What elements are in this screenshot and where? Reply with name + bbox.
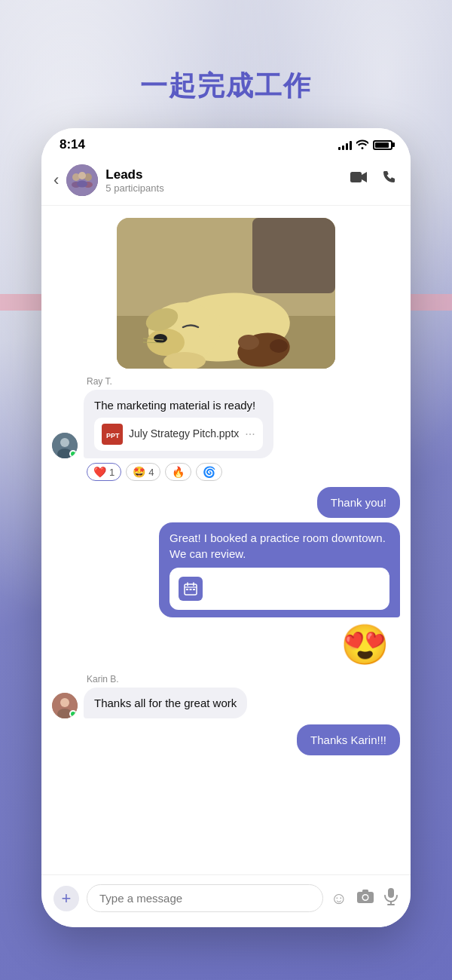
status-time: 8:14 — [60, 137, 85, 152]
voice-call-button[interactable] — [382, 170, 399, 191]
event-card[interactable]: Marketing review Mon Jul 23, 11:30 AM – … — [170, 568, 389, 610]
group-avatar — [66, 164, 98, 196]
emoji-reaction-big: 😍 — [52, 622, 400, 668]
add-button[interactable]: + — [53, 886, 79, 911]
svg-rect-33 — [193, 589, 195, 590]
event-title: Marketing review — [210, 575, 341, 590]
svg-rect-40 — [362, 890, 368, 893]
reaction-heart[interactable]: ❤️ 1 — [87, 463, 121, 481]
avatar-karin — [52, 693, 78, 718]
svg-rect-7 — [350, 172, 362, 182]
svg-point-14 — [154, 334, 167, 343]
phone-frame: 8:14 ‹ — [41, 128, 411, 927]
back-button[interactable]: ‹ — [53, 170, 59, 190]
message-input[interactable] — [87, 884, 323, 912]
input-bar: + ☺ — [41, 874, 411, 927]
svg-point-35 — [60, 698, 69, 707]
header-info: Leads 5 participants — [105, 167, 350, 194]
sender-label-karin: Karin B. — [87, 674, 400, 684]
wifi-icon — [356, 139, 368, 152]
reaction-fire[interactable]: 🔥 — [165, 463, 191, 481]
svg-rect-41 — [388, 888, 394, 898]
svg-point-6 — [77, 181, 87, 188]
bubble-text: Thanks all for the great work — [94, 697, 237, 709]
group-avatar-image — [66, 164, 98, 196]
group-name: Leads — [105, 167, 350, 182]
avatar-ray — [52, 433, 78, 458]
bubble-text: Great! I booked a practice room downtown… — [170, 531, 386, 560]
event-time: Mon Jul 23, 11:30 AM – 2:00 PM — [210, 590, 341, 603]
reaction-count: 1 — [109, 467, 115, 478]
status-bar: 8:14 — [41, 128, 411, 158]
reaction-emoji: ❤️ — [93, 466, 106, 478]
chat-area: Ray T. The marketing material is ready! — [41, 206, 411, 869]
messages-scroll[interactable]: Ray T. The marketing material is ready! — [41, 206, 411, 862]
svg-rect-31 — [186, 589, 188, 590]
svg-point-39 — [363, 895, 368, 899]
video-call-button[interactable] — [350, 170, 368, 191]
participants-count: 5 participants — [105, 182, 350, 194]
camera-button[interactable] — [356, 889, 374, 908]
svg-point-5 — [78, 172, 86, 179]
message-row-karin-1: Thanks all for the great work — [52, 688, 400, 718]
dog-image — [117, 218, 335, 369]
calendar-icon — [179, 577, 203, 601]
bubble-text: The marketing material is ready! — [94, 399, 255, 412]
svg-point-0 — [66, 164, 98, 196]
message-row-sent-2: Great! I booked a practice room downtown… — [52, 522, 400, 617]
reaction-emoji: 🤩 — [133, 466, 145, 478]
online-indicator — [69, 710, 77, 718]
message-row-sent-3: Thanks Karin!!! — [52, 724, 400, 755]
file-more-options[interactable]: ··· — [245, 426, 255, 443]
reaction-star-eyes[interactable]: 🤩 4 — [126, 463, 160, 481]
svg-point-18 — [238, 335, 259, 350]
status-icons — [338, 139, 392, 152]
file-type-icon: PPT — [102, 424, 123, 445]
file-name: July Strategy Pitch.pptx — [129, 427, 239, 442]
input-actions: ☺ — [331, 887, 399, 910]
message-row-ray-1: The marketing material is ready! PPT Jul… — [52, 390, 400, 458]
reaction-swirl[interactable]: 🌀 — [196, 463, 222, 481]
microphone-button[interactable] — [383, 887, 399, 910]
reaction-emoji: 🔥 — [172, 466, 185, 478]
bubble-ray-1: The marketing material is ready! PPT Jul… — [84, 390, 273, 458]
plus-icon: + — [62, 889, 72, 908]
reactions-row: ❤️ 1 🤩 4 🔥 🌀 — [87, 463, 400, 481]
bubble-sent-1: Thank you! — [317, 487, 400, 518]
bubble-sent-3: Thanks Karin!!! — [297, 724, 400, 755]
chat-header: ‹ Leads 5 participants — [41, 158, 411, 206]
message-row-sent-1: Thank you! — [52, 487, 400, 518]
bubble-sent-2: Great! I booked a practice room downtown… — [159, 522, 400, 617]
bubble-text: Thank you! — [331, 496, 386, 509]
signal-icon — [338, 139, 352, 150]
header-actions — [350, 170, 399, 191]
event-info: Marketing review Mon Jul 23, 11:30 AM – … — [210, 575, 341, 602]
emoji-button[interactable]: ☺ — [331, 889, 347, 908]
svg-point-23 — [60, 438, 69, 447]
reaction-count: 4 — [148, 467, 154, 478]
svg-rect-10 — [252, 218, 335, 293]
svg-text:PPT: PPT — [106, 432, 120, 439]
reaction-emoji: 🌀 — [203, 466, 215, 478]
sender-label-ray: Ray T. — [87, 376, 400, 387]
bubble-text: Thanks Karin!!! — [310, 733, 386, 746]
dog-image-container — [52, 206, 400, 376]
battery-icon — [373, 140, 392, 150]
file-attachment[interactable]: PPT July Strategy Pitch.pptx ··· — [94, 418, 263, 451]
page-title: 一起完成工作 — [0, 68, 452, 105]
online-indicator — [69, 450, 77, 458]
svg-rect-32 — [190, 589, 192, 590]
bubble-karin-1: Thanks all for the great work — [84, 688, 247, 718]
svg-point-19 — [270, 339, 288, 353]
